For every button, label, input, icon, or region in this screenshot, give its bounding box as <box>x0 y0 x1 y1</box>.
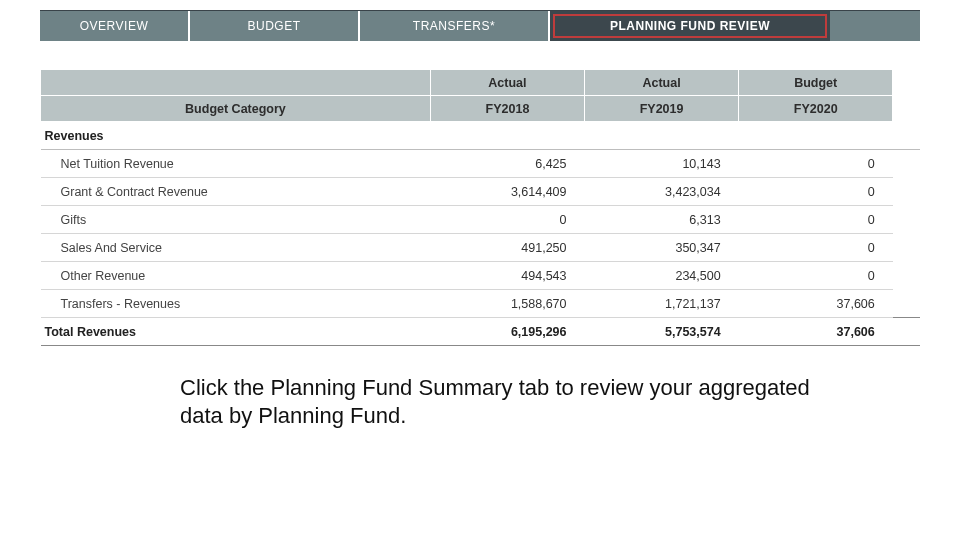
total-c3: 37,606 <box>739 318 893 346</box>
row-label: Net Tuition Revenue <box>41 150 431 178</box>
table-row: Gifts 0 6,313 0 <box>41 206 921 234</box>
total-c1: 6,195,296 <box>430 318 584 346</box>
th-col2-bot: FY2019 <box>585 96 739 122</box>
row-label: Grant & Contract Revenue <box>41 178 431 206</box>
tab-bar: OVERVIEW BUDGET TRANSFERS* PLANNING FUND… <box>40 10 920 41</box>
total-c2: 5,753,574 <box>585 318 739 346</box>
row-label: Transfers - Revenues <box>41 290 431 318</box>
row-c2: 10,143 <box>585 150 739 178</box>
table-row: Net Tuition Revenue 6,425 10,143 0 <box>41 150 921 178</box>
th-budget-category-blank <box>41 70 431 96</box>
row-c1: 491,250 <box>430 234 584 262</box>
row-c3: 0 <box>739 262 893 290</box>
row-c1: 6,425 <box>430 150 584 178</box>
th-col1-bot: FY2018 <box>430 96 584 122</box>
budget-table: Actual Actual Budget Budget Category FY2… <box>40 69 920 346</box>
row-c3: 0 <box>739 206 893 234</box>
row-c3: 0 <box>739 178 893 206</box>
tab-overview[interactable]: OVERVIEW <box>40 11 190 41</box>
tab-budget[interactable]: BUDGET <box>190 11 360 41</box>
th-col3-top: Budget <box>739 70 893 96</box>
row-c3: 0 <box>739 234 893 262</box>
row-c1: 3,614,409 <box>430 178 584 206</box>
row-c2: 350,347 <box>585 234 739 262</box>
th-col2-top: Actual <box>585 70 739 96</box>
instruction-caption: Click the Planning Fund Summary tab to r… <box>180 374 820 429</box>
section-revenues: Revenues <box>41 122 921 150</box>
row-c2: 234,500 <box>585 262 739 290</box>
row-c3: 37,606 <box>739 290 893 318</box>
th-col1-top: Actual <box>430 70 584 96</box>
th-budget-category: Budget Category <box>41 96 431 122</box>
row-c1: 1,588,670 <box>430 290 584 318</box>
row-c2: 6,313 <box>585 206 739 234</box>
row-c3: 0 <box>739 150 893 178</box>
row-c2: 1,721,137 <box>585 290 739 318</box>
table-row: Other Revenue 494,543 234,500 0 <box>41 262 921 290</box>
table-row: Transfers - Revenues 1,588,670 1,721,137… <box>41 290 921 318</box>
section-revenues-label: Revenues <box>41 122 431 150</box>
tab-planning-fund-review[interactable]: PLANNING FUND REVIEW <box>550 11 830 41</box>
table-row: Sales And Service 491,250 350,347 0 <box>41 234 921 262</box>
row-c1: 0 <box>430 206 584 234</box>
tab-bar-fill <box>830 11 920 41</box>
total-label: Total Revenues <box>41 318 431 346</box>
budget-table-wrap: Actual Actual Budget Budget Category FY2… <box>40 69 920 346</box>
row-total-revenues: Total Revenues 6,195,296 5,753,574 37,60… <box>41 318 921 346</box>
th-col3-bot: FY2020 <box>739 96 893 122</box>
tab-transfers[interactable]: TRANSFERS* <box>360 11 550 41</box>
table-row: Grant & Contract Revenue 3,614,409 3,423… <box>41 178 921 206</box>
row-label: Other Revenue <box>41 262 431 290</box>
row-c2: 3,423,034 <box>585 178 739 206</box>
row-label: Gifts <box>41 206 431 234</box>
row-label: Sales And Service <box>41 234 431 262</box>
row-c1: 494,543 <box>430 262 584 290</box>
